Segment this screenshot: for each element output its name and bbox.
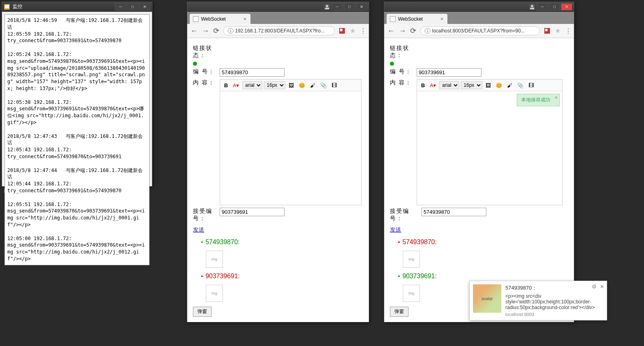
status-dot xyxy=(390,62,394,66)
popup-button[interactable]: 弹窗 xyxy=(390,307,409,317)
editor-body[interactable] xyxy=(220,91,361,205)
emoji-button[interactable]: 😊 xyxy=(297,82,307,89)
back-button[interactable]: ← xyxy=(190,27,198,35)
size-select[interactable]: 16px xyxy=(264,81,285,89)
notification-source: localhost:8003 xyxy=(505,312,603,317)
app-icon xyxy=(4,4,10,10)
size-select[interactable]: 16px xyxy=(461,81,482,89)
recv-id-input[interactable] xyxy=(421,208,486,216)
star-icon[interactable]: ☆ xyxy=(349,28,356,34)
forward-button[interactable]: → xyxy=(202,27,209,35)
editor-body[interactable]: 本地保存成功 xyxy=(417,91,562,205)
media-button[interactable]: 🎞 xyxy=(527,82,535,89)
tab-close-icon[interactable]: × xyxy=(440,16,443,22)
site-info-icon[interactable]: i xyxy=(425,28,430,34)
bold-button[interactable]: B xyxy=(419,82,426,89)
minimize-button[interactable]: ─ xyxy=(115,3,126,11)
browser-toolbar: ← → ⟳ i localhost:8003/DEFAULT.ASPX?from… xyxy=(384,24,574,38)
rich-editor: B A▾ arial 16px 🖼 😊 🖌 📎 🎞 xyxy=(220,79,362,205)
id-input[interactable] xyxy=(220,68,285,77)
content-label: 内 容： xyxy=(193,79,217,86)
monitor-titlebar[interactable]: 监控 ─ □ ✕ xyxy=(2,2,152,12)
attach-button[interactable]: 📎 xyxy=(516,82,525,89)
tab-close-icon[interactable]: × xyxy=(243,16,246,22)
reload-button[interactable]: ⟳ xyxy=(213,26,219,35)
message-sender: •574939870: xyxy=(398,239,568,246)
notification-card[interactable]: avatar 574939870： <p><img src<div style=… xyxy=(469,281,607,320)
message-image: img xyxy=(206,285,223,302)
send-link[interactable]: 发送 xyxy=(193,226,204,234)
image-button[interactable]: 🖼 xyxy=(484,82,492,89)
tab-websocket[interactable]: WebSocket × xyxy=(190,14,250,24)
content-label: 内 容： xyxy=(390,79,414,86)
menu-icon[interactable]: ⋮ xyxy=(565,27,571,35)
attach-button[interactable]: 📎 xyxy=(319,82,328,89)
save-toast: 本地保存成功 xyxy=(517,94,560,106)
font-select[interactable]: arial xyxy=(242,81,262,89)
star-icon[interactable]: ☆ xyxy=(554,28,561,34)
brush-button[interactable]: 🖌 xyxy=(505,82,514,89)
monitor-title: 监控 xyxy=(13,3,114,10)
extension-icon[interactable] xyxy=(544,28,550,34)
brush-button[interactable]: 🖌 xyxy=(308,82,317,89)
close-button[interactable]: ✕ xyxy=(356,3,367,11)
bold-button[interactable]: B xyxy=(223,82,229,89)
status-label: 链接状态： xyxy=(390,45,414,59)
media-button[interactable]: 🎞 xyxy=(330,82,338,89)
svg-rect-9 xyxy=(530,8,534,9)
status-label: 链接状态： xyxy=(193,45,217,59)
rich-editor: B A▾ arial 16px 🖼 😊 🖌 📎 🎞 本地保存成功 xyxy=(417,79,563,205)
profile-icon[interactable] xyxy=(529,4,535,10)
browser-window-right: ─ □ ✕ WebSocket × ← → ⟳ i localhost:8003… xyxy=(384,2,574,322)
extension-icon[interactable] xyxy=(339,28,345,34)
maximize-button[interactable]: □ xyxy=(344,3,355,11)
id-input[interactable] xyxy=(417,68,481,77)
close-button[interactable]: ✕ xyxy=(561,3,572,11)
tab-row: WebSocket × xyxy=(384,12,574,24)
settings-icon[interactable]: ⚙ xyxy=(592,284,597,290)
tab-websocket[interactable]: WebSocket × xyxy=(387,14,447,24)
tab-title: WebSocket xyxy=(201,16,226,22)
browser-window-left: ─ □ ✕ WebSocket × ← → ⟳ i 192.168.1.72:8… xyxy=(187,2,369,322)
message-image: img xyxy=(206,251,223,268)
message-sender: •903739691: xyxy=(398,273,568,280)
minimize-button[interactable]: ─ xyxy=(537,3,548,11)
browser-titlebar[interactable]: ─ □ ✕ xyxy=(187,2,369,12)
site-info-icon[interactable]: i xyxy=(228,28,233,34)
svg-rect-11 xyxy=(545,29,548,31)
font-select[interactable]: arial xyxy=(439,81,459,89)
font-color-button[interactable]: A▾ xyxy=(231,82,241,89)
close-icon[interactable]: ✕ xyxy=(600,284,604,290)
message-list: •574939870: img •903739691: img xyxy=(201,239,363,304)
maximize-button[interactable]: □ xyxy=(127,3,138,11)
id-label: 编 号： xyxy=(390,68,414,75)
tab-title: WebSocket xyxy=(398,16,423,22)
close-button[interactable]: ✕ xyxy=(139,3,150,11)
editor-toolbar: B A▾ arial 16px 🖼 😊 🖌 📎 🎞 xyxy=(220,80,361,91)
svg-rect-6 xyxy=(340,29,342,31)
menu-icon[interactable]: ⋮ xyxy=(360,27,366,35)
font-color-button[interactable]: A▾ xyxy=(428,82,438,89)
popup-button[interactable]: 弹窗 xyxy=(193,307,212,317)
message-image: img xyxy=(403,251,420,268)
profile-icon[interactable] xyxy=(324,4,330,10)
editor-toolbar: B A▾ arial 16px 🖼 😊 🖌 📎 🎞 xyxy=(417,80,562,91)
status-dot xyxy=(193,62,197,66)
image-button[interactable]: 🖼 xyxy=(287,82,295,89)
avatar: avatar xyxy=(473,284,501,313)
recv-id-label: 接受编号： xyxy=(193,208,217,222)
address-bar[interactable]: i 192.168.1.72:8003/DEFAULT.ASPX?fro... xyxy=(223,26,335,35)
svg-rect-4 xyxy=(325,8,329,9)
emoji-button[interactable]: 😊 xyxy=(494,82,504,89)
browser-titlebar[interactable]: ─ □ ✕ xyxy=(384,2,574,12)
forward-button[interactable]: → xyxy=(399,27,406,35)
back-button[interactable]: ← xyxy=(387,27,395,35)
recv-id-input[interactable] xyxy=(220,208,285,216)
message-sender: •903739691: xyxy=(201,273,363,280)
send-link[interactable]: 发送 xyxy=(390,226,401,234)
maximize-button[interactable]: □ xyxy=(549,3,560,11)
id-label: 编 号： xyxy=(193,68,217,75)
minimize-button[interactable]: ─ xyxy=(332,3,343,11)
address-bar[interactable]: i localhost:8003/DEFAULT.ASPX?from=90... xyxy=(420,26,540,35)
reload-button[interactable]: ⟳ xyxy=(410,26,416,35)
